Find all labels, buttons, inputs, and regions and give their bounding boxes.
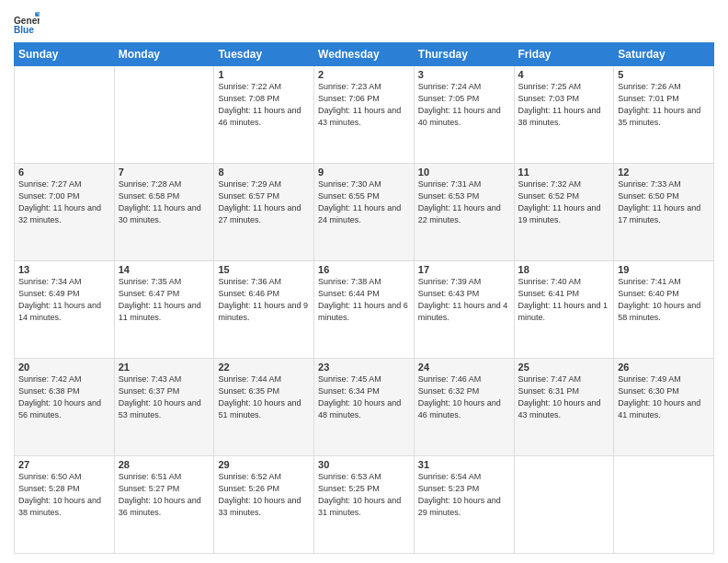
day-info: Sunrise: 7:36 AMSunset: 6:46 PMDaylight:… (218, 276, 310, 324)
calendar-cell: 25Sunrise: 7:47 AMSunset: 6:31 PMDayligh… (514, 359, 614, 456)
day-number: 15 (218, 264, 310, 275)
calendar-cell (114, 66, 214, 164)
day-info: Sunrise: 7:47 AMSunset: 6:31 PMDaylight:… (518, 373, 610, 421)
calendar-cell: 7Sunrise: 7:28 AMSunset: 6:58 PMDaylight… (114, 164, 214, 261)
day-number: 16 (318, 264, 410, 275)
calendar-cell: 29Sunrise: 6:52 AMSunset: 5:26 PMDayligh… (214, 456, 314, 554)
day-info: Sunrise: 7:41 AMSunset: 6:40 PMDaylight:… (618, 276, 710, 324)
day-number: 8 (218, 167, 310, 178)
calendar-cell (614, 456, 714, 554)
weekday-wednesday: Wednesday (314, 43, 415, 66)
day-info: Sunrise: 7:31 AMSunset: 6:53 PMDaylight:… (418, 178, 510, 226)
day-info: Sunrise: 7:49 AMSunset: 6:30 PMDaylight:… (618, 373, 710, 421)
weekday-tuesday: Tuesday (214, 43, 314, 66)
day-number: 17 (418, 264, 510, 275)
weekday-friday: Friday (514, 43, 614, 66)
calendar-cell: 11Sunrise: 7:32 AMSunset: 6:52 PMDayligh… (514, 164, 614, 261)
calendar-cell: 26Sunrise: 7:49 AMSunset: 6:30 PMDayligh… (614, 359, 714, 456)
calendar-cell (514, 456, 614, 554)
day-number: 25 (518, 362, 610, 373)
day-number: 20 (18, 362, 110, 373)
calendar-cell: 23Sunrise: 7:45 AMSunset: 6:34 PMDayligh… (314, 359, 415, 456)
day-number: 6 (18, 167, 110, 178)
calendar-cell: 31Sunrise: 6:54 AMSunset: 5:23 PMDayligh… (414, 456, 514, 554)
day-info: Sunrise: 7:43 AMSunset: 6:37 PMDaylight:… (119, 373, 210, 421)
day-info: Sunrise: 7:26 AMSunset: 7:01 PMDaylight:… (618, 81, 710, 129)
day-info: Sunrise: 7:23 AMSunset: 7:06 PMDaylight:… (318, 81, 410, 129)
calendar-cell: 9Sunrise: 7:30 AMSunset: 6:55 PMDaylight… (314, 164, 415, 261)
day-info: Sunrise: 6:50 AMSunset: 5:28 PMDaylight:… (18, 471, 110, 519)
day-number: 13 (18, 264, 110, 275)
calendar-cell: 27Sunrise: 6:50 AMSunset: 5:28 PMDayligh… (15, 456, 115, 554)
day-number: 7 (119, 167, 210, 178)
day-info: Sunrise: 7:34 AMSunset: 6:49 PMDaylight:… (18, 276, 110, 324)
calendar-table: SundayMondayTuesdayWednesdayThursdayFrid… (14, 42, 714, 554)
calendar-cell: 21Sunrise: 7:43 AMSunset: 6:37 PMDayligh… (114, 359, 214, 456)
calendar-cell: 2Sunrise: 7:23 AMSunset: 7:06 PMDaylight… (314, 66, 415, 164)
calendar-cell: 24Sunrise: 7:46 AMSunset: 6:32 PMDayligh… (414, 359, 514, 456)
calendar-cell: 10Sunrise: 7:31 AMSunset: 6:53 PMDayligh… (414, 164, 514, 261)
day-number: 10 (418, 167, 510, 178)
day-info: Sunrise: 7:28 AMSunset: 6:58 PMDaylight:… (119, 178, 210, 226)
day-number: 18 (518, 264, 610, 275)
weekday-monday: Monday (114, 43, 214, 66)
day-number: 2 (318, 69, 410, 80)
day-info: Sunrise: 7:39 AMSunset: 6:43 PMDaylight:… (418, 276, 510, 324)
day-number: 12 (618, 167, 710, 178)
calendar-week-0: 1Sunrise: 7:22 AMSunset: 7:08 PMDaylight… (15, 66, 714, 164)
day-info: Sunrise: 7:25 AMSunset: 7:03 PMDaylight:… (518, 81, 610, 129)
day-number: 9 (318, 167, 410, 178)
svg-text:Blue: Blue (14, 25, 34, 35)
calendar-cell: 18Sunrise: 7:40 AMSunset: 6:41 PMDayligh… (514, 261, 614, 359)
day-info: Sunrise: 6:54 AMSunset: 5:23 PMDaylight:… (418, 471, 510, 519)
day-info: Sunrise: 7:22 AMSunset: 7:08 PMDaylight:… (218, 81, 310, 129)
day-info: Sunrise: 7:42 AMSunset: 6:38 PMDaylight:… (18, 373, 110, 421)
weekday-thursday: Thursday (414, 43, 514, 66)
day-number: 14 (119, 264, 210, 275)
calendar-cell: 30Sunrise: 6:53 AMSunset: 5:25 PMDayligh… (314, 456, 415, 554)
day-number: 1 (218, 69, 310, 80)
calendar-cell: 20Sunrise: 7:42 AMSunset: 6:38 PMDayligh… (15, 359, 115, 456)
day-info: Sunrise: 7:32 AMSunset: 6:52 PMDaylight:… (518, 178, 610, 226)
day-info: Sunrise: 7:46 AMSunset: 6:32 PMDaylight:… (418, 373, 510, 421)
calendar-cell: 17Sunrise: 7:39 AMSunset: 6:43 PMDayligh… (414, 261, 514, 359)
day-number: 3 (418, 69, 510, 80)
calendar-cell: 14Sunrise: 7:35 AMSunset: 6:47 PMDayligh… (114, 261, 214, 359)
day-info: Sunrise: 7:24 AMSunset: 7:05 PMDaylight:… (418, 81, 510, 129)
logo-icon: General Blue (14, 9, 40, 35)
calendar-cell: 28Sunrise: 6:51 AMSunset: 5:27 PMDayligh… (114, 456, 214, 554)
day-info: Sunrise: 7:27 AMSunset: 7:00 PMDaylight:… (18, 178, 110, 226)
day-info: Sunrise: 7:44 AMSunset: 6:35 PMDaylight:… (218, 373, 310, 421)
day-number: 21 (119, 362, 210, 373)
day-number: 27 (18, 459, 110, 470)
day-info: Sunrise: 7:40 AMSunset: 6:41 PMDaylight:… (518, 276, 610, 324)
day-number: 31 (418, 459, 510, 470)
calendar-cell: 16Sunrise: 7:38 AMSunset: 6:44 PMDayligh… (314, 261, 415, 359)
day-number: 22 (218, 362, 310, 373)
logo: General Blue (14, 9, 40, 35)
day-info: Sunrise: 7:29 AMSunset: 6:57 PMDaylight:… (218, 178, 310, 226)
day-number: 29 (218, 459, 310, 470)
day-number: 19 (618, 264, 710, 275)
calendar-cell: 12Sunrise: 7:33 AMSunset: 6:50 PMDayligh… (614, 164, 714, 261)
day-number: 28 (119, 459, 210, 470)
weekday-header-row: SundayMondayTuesdayWednesdayThursdayFrid… (15, 43, 714, 66)
day-info: Sunrise: 7:35 AMSunset: 6:47 PMDaylight:… (119, 276, 210, 324)
day-info: Sunrise: 7:30 AMSunset: 6:55 PMDaylight:… (318, 178, 410, 226)
day-info: Sunrise: 7:33 AMSunset: 6:50 PMDaylight:… (618, 178, 710, 226)
calendar-cell: 13Sunrise: 7:34 AMSunset: 6:49 PMDayligh… (15, 261, 115, 359)
calendar-week-4: 27Sunrise: 6:50 AMSunset: 5:28 PMDayligh… (15, 456, 714, 554)
day-number: 23 (318, 362, 410, 373)
day-number: 26 (618, 362, 710, 373)
calendar-cell: 8Sunrise: 7:29 AMSunset: 6:57 PMDaylight… (214, 164, 314, 261)
calendar-week-2: 13Sunrise: 7:34 AMSunset: 6:49 PMDayligh… (15, 261, 714, 359)
day-number: 5 (618, 69, 710, 80)
calendar-cell: 5Sunrise: 7:26 AMSunset: 7:01 PMDaylight… (614, 66, 714, 164)
calendar-cell: 19Sunrise: 7:41 AMSunset: 6:40 PMDayligh… (614, 261, 714, 359)
calendar-cell: 3Sunrise: 7:24 AMSunset: 7:05 PMDaylight… (414, 66, 514, 164)
calendar-cell: 22Sunrise: 7:44 AMSunset: 6:35 PMDayligh… (214, 359, 314, 456)
day-number: 11 (518, 167, 610, 178)
calendar-week-1: 6Sunrise: 7:27 AMSunset: 7:00 PMDaylight… (15, 164, 714, 261)
day-number: 4 (518, 69, 610, 80)
calendar-cell: 15Sunrise: 7:36 AMSunset: 6:46 PMDayligh… (214, 261, 314, 359)
